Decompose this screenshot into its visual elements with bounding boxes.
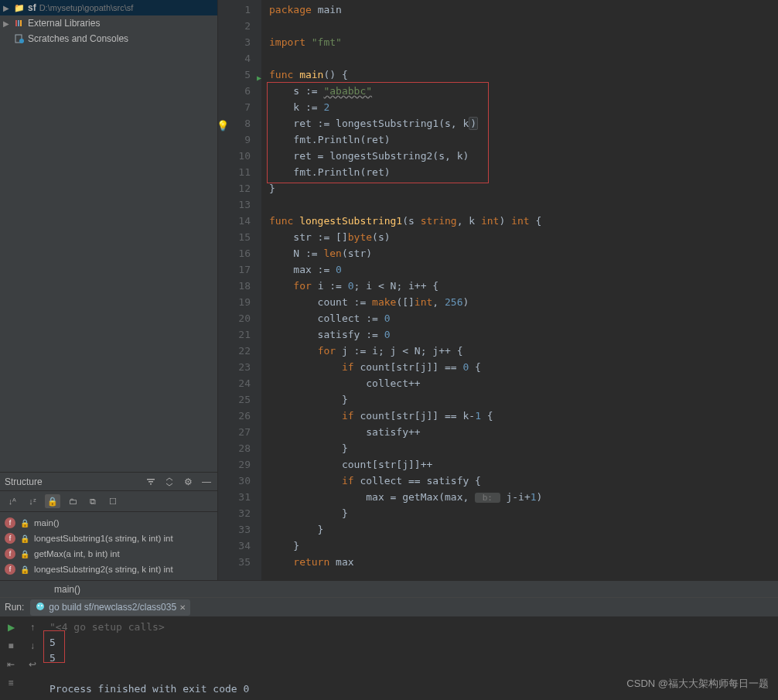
code-line[interactable]: satisfy := 0: [261, 326, 778, 343]
breadcrumb[interactable]: main(): [0, 580, 778, 597]
gutter-line[interactable]: 24: [218, 375, 261, 391]
chevron-right-icon[interactable]: ▶: [3, 4, 11, 12]
class-view-icon[interactable]: ⧉: [85, 494, 101, 508]
gutter-line[interactable]: 1: [218, 2, 261, 18]
code-line[interactable]: count[str[j]]++: [261, 456, 778, 473]
project-root-row[interactable]: ▶ 📁 sf D:\mysetup\gopath\src\sf: [0, 0, 217, 15]
rerun-icon[interactable]: ▶: [5, 621, 17, 633]
gutter-line[interactable]: 8💡: [218, 115, 261, 131]
gutter-line[interactable]: 17: [218, 261, 261, 278]
gutter-line[interactable]: 19: [218, 294, 261, 310]
exit-icon[interactable]: ⇤: [5, 658, 17, 671]
code-line[interactable]: }: [261, 440, 778, 456]
layout-icon[interactable]: ≡: [5, 677, 17, 689]
gutter-line[interactable]: 5▶: [218, 67, 261, 83]
gutter-line[interactable]: 25: [218, 391, 261, 408]
code-line[interactable]: if count[str[j]] == 0 {: [261, 359, 778, 375]
gutter-line[interactable]: 30: [218, 473, 261, 489]
gutter-line[interactable]: 21: [218, 326, 261, 343]
wrap-icon[interactable]: ↩: [26, 658, 39, 671]
code-line[interactable]: collect++: [261, 375, 778, 391]
gutter-line[interactable]: 29: [218, 456, 261, 473]
collapse-icon[interactable]: [163, 476, 176, 488]
gutter-line[interactable]: 31: [218, 489, 261, 505]
down-icon[interactable]: ↓: [26, 640, 39, 652]
stop-icon[interactable]: ■: [5, 640, 17, 652]
code-line[interactable]: max = getMax(max, b: j-i+1): [261, 489, 778, 505]
code-line[interactable]: [261, 18, 778, 34]
gutter-line[interactable]: 33: [218, 521, 261, 538]
code-line[interactable]: import "fmt": [261, 34, 778, 50]
gutter-line[interactable]: 3: [218, 34, 261, 50]
gutter-line[interactable]: 16: [218, 245, 261, 261]
show-fields-icon[interactable]: 🔒: [45, 494, 60, 508]
breadcrumb-item[interactable]: main(): [54, 584, 80, 595]
code-line[interactable]: [261, 196, 778, 213]
code-line[interactable]: satisfy++: [261, 424, 778, 440]
gear-icon[interactable]: ⚙: [182, 476, 194, 488]
gutter-line[interactable]: 35: [218, 554, 261, 570]
code-line[interactable]: k := 2: [261, 99, 778, 115]
code-line[interactable]: return max: [261, 554, 778, 570]
gutter-line[interactable]: 28: [218, 440, 261, 456]
code-line[interactable]: N := len(str): [261, 245, 778, 261]
gutter-line[interactable]: 27: [218, 424, 261, 440]
gutter-line[interactable]: 6: [218, 83, 261, 99]
code-line[interactable]: func main() {: [261, 67, 778, 83]
code-line[interactable]: }: [261, 180, 778, 196]
code-line[interactable]: func longestSubstring1(s string, k int) …: [261, 213, 778, 229]
chevron-right-icon[interactable]: ▶: [3, 19, 11, 28]
code-line[interactable]: fmt.Println(ret): [261, 131, 778, 148]
code-line[interactable]: for j := i; j < N; j++ {: [261, 343, 778, 359]
folder-view-icon[interactable]: 🗀: [65, 494, 80, 508]
code-line[interactable]: }: [261, 505, 778, 521]
up-icon[interactable]: ↑: [26, 621, 39, 633]
close-icon[interactable]: ✕: [179, 603, 186, 612]
code-line[interactable]: for i := 0; i < N; i++ {: [261, 278, 778, 294]
code-line[interactable]: s := "ababbc": [261, 83, 778, 99]
gutter-line[interactable]: 10: [218, 148, 261, 164]
gutter-line[interactable]: 26: [218, 408, 261, 424]
structure-item[interactable]: f🔒getMax(a int, b int) int: [5, 546, 213, 562]
external-libraries-row[interactable]: ▶ External Libraries: [0, 15, 217, 31]
code-line[interactable]: if count[str[j]] == k-1 {: [261, 408, 778, 424]
code-line[interactable]: str := []byte(s): [261, 229, 778, 245]
sort-visibility-icon[interactable]: ↓ᶻ: [25, 494, 40, 508]
structure-item[interactable]: f🔒main(): [5, 515, 213, 531]
minimize-icon[interactable]: —: [200, 476, 213, 488]
gutter-line[interactable]: 14: [218, 213, 261, 229]
code-line[interactable]: }: [261, 538, 778, 554]
editor-body[interactable]: package mainimport "fmt"func main() { s …: [261, 0, 778, 580]
code-line[interactable]: }: [261, 521, 778, 538]
code-line[interactable]: max := 0: [261, 261, 778, 278]
code-line[interactable]: [261, 50, 778, 67]
code-line[interactable]: }: [261, 391, 778, 408]
gutter-line[interactable]: 9: [218, 131, 261, 148]
gutter-line[interactable]: 18: [218, 278, 261, 294]
filter-icon[interactable]: [145, 476, 157, 488]
gutter-line[interactable]: 11: [218, 164, 261, 180]
code-line[interactable]: collect := 0: [261, 310, 778, 326]
editor[interactable]: 12345▶678💡910111213141516171819202122232…: [218, 0, 778, 580]
code-line[interactable]: fmt.Println(ret): [261, 164, 778, 180]
gutter-line[interactable]: 2: [218, 18, 261, 34]
editor-gutter[interactable]: 12345▶678💡910111213141516171819202122232…: [218, 0, 261, 580]
gutter-line[interactable]: 7: [218, 99, 261, 115]
code-line[interactable]: count := make([]int, 256): [261, 294, 778, 310]
run-tab[interactable]: go build sf/newclass2/class035 ✕: [30, 599, 190, 616]
code-line[interactable]: ret = longestSubstring2(s, k): [261, 148, 778, 164]
structure-item[interactable]: f🔒longestSubstring2(s string, k int) int: [5, 562, 213, 577]
gutter-line[interactable]: 4: [218, 50, 261, 67]
gutter-line[interactable]: 34: [218, 538, 261, 554]
gutter-line[interactable]: 12: [218, 180, 261, 196]
code-line[interactable]: ret := longestSubstring1(s, k): [261, 115, 778, 131]
code-line[interactable]: package main: [261, 2, 778, 18]
gutter-line[interactable]: 23: [218, 359, 261, 375]
gutter-line[interactable]: 15: [218, 229, 261, 245]
gutter-line[interactable]: 20: [218, 310, 261, 326]
autoscroll-icon[interactable]: ☐: [105, 494, 121, 508]
structure-item[interactable]: f🔒longestSubstring1(s string, k int) int: [5, 531, 213, 546]
code-line[interactable]: if collect == satisfy {: [261, 473, 778, 489]
gutter-line[interactable]: 13: [218, 196, 261, 213]
sort-alpha-icon[interactable]: ↓ᴬ: [5, 494, 20, 508]
